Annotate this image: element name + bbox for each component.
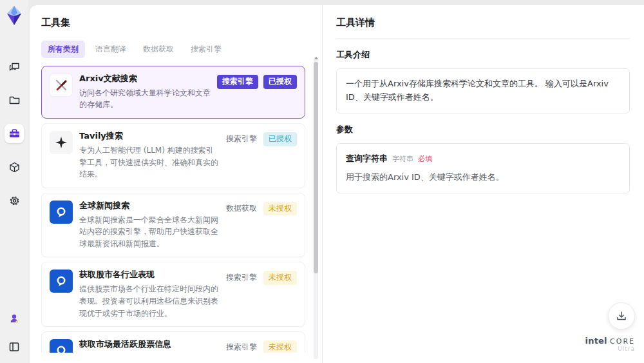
scrollbar-thumb[interactable] bbox=[314, 62, 318, 273]
category-tab-1[interactable]: 语言翻译 bbox=[89, 41, 133, 58]
sidebar-item-settings[interactable] bbox=[5, 191, 24, 210]
param-type: 字符串 bbox=[392, 153, 413, 165]
tool-title: Tavily搜索 bbox=[79, 131, 218, 142]
user-icon bbox=[8, 313, 20, 324]
param-box: 查询字符串 字符串 必填 用于搜索的Arxiv ID、关键字或作者姓名。 bbox=[336, 143, 630, 194]
news-icon bbox=[50, 201, 73, 224]
param-name: 查询字符串 bbox=[346, 152, 388, 166]
scrollbar-up-caret bbox=[314, 57, 318, 59]
tool-desc: 专为人工智能代理 (LLM) 构建的搜索引擎工具，可快速提供实时、准确和真实的结… bbox=[79, 144, 218, 181]
list-scrollbar[interactable] bbox=[314, 57, 318, 359]
tool-list: Arxiv文献搜索访问各个研究领域大量科学论文和文章的存储库。搜索引擎已授权 T… bbox=[41, 66, 305, 353]
sidebar-item-files[interactable] bbox=[5, 90, 24, 110]
star-icon bbox=[50, 131, 73, 154]
tool-category-badge: 搜索引擎 bbox=[225, 132, 258, 146]
gear-icon bbox=[8, 195, 21, 207]
tool-title: 全球新闻搜索 bbox=[79, 201, 218, 211]
tool-auth-badge: 已授权 bbox=[263, 132, 297, 146]
news-icon bbox=[50, 270, 73, 293]
sidebar-item-toolbox[interactable] bbox=[5, 124, 24, 143]
main-content: 工具集 所有类别语言翻译数据获取搜索引擎 Arxiv文献搜索访问各个研究领域大量… bbox=[30, 5, 644, 363]
ultra-wordmark: Ultra bbox=[585, 346, 635, 353]
tool-auth-badge: 已授权 bbox=[263, 75, 297, 89]
param-required-badge: 必填 bbox=[418, 153, 432, 165]
tool-desc: 全球新闻搜索是一个聚合全球各大新闻网站内容的搜索引擎，帮助用户快速获取全球最新资… bbox=[79, 214, 218, 250]
tool-category-badge: 搜索引擎 bbox=[217, 75, 258, 89]
tool-card[interactable]: 获取股市各行业表现提供股票市场各个行业在特定时间段内的表现。投资者可以利用这些信… bbox=[41, 262, 305, 327]
intel-wordmark: intel bbox=[585, 336, 607, 346]
tool-title: 获取股市各行业表现 bbox=[79, 270, 218, 280]
toolbox-icon bbox=[8, 128, 21, 140]
category-tab-3[interactable]: 搜索引擎 bbox=[184, 41, 228, 58]
tool-category-badge: 搜索引擎 bbox=[225, 271, 258, 285]
app-sidebar bbox=[0, 0, 28, 363]
page-title: 工具集 bbox=[41, 17, 305, 29]
tool-card[interactable]: Tavily搜索专为人工智能代理 (LLM) 构建的搜索引擎工具，可快速提供实时… bbox=[41, 123, 305, 188]
tool-card[interactable]: 获取市场最活跃股票信息提供当天交易量最高的股票列表，投资者可以利用这些信息来识别… bbox=[41, 331, 305, 353]
download-button[interactable] bbox=[608, 302, 635, 329]
param-desc: 用于搜索的Arxiv ID、关键字或作者姓名。 bbox=[346, 171, 620, 184]
category-tabs: 所有类别语言翻译数据获取搜索引擎 bbox=[41, 41, 305, 58]
toolset-pane: 工具集 所有类别语言翻译数据获取搜索引擎 Arxiv文献搜索访问各个研究领域大量… bbox=[30, 5, 323, 363]
tool-desc: 提供股票市场各个行业在特定时间段内的表现。投资者可以利用这些信息来识别表现优于或… bbox=[79, 283, 218, 319]
intro-box: 一个用于从Arxiv存储库搜索科学论文和文章的工具。 输入可以是Arxiv ID… bbox=[336, 68, 630, 113]
tool-card[interactable]: Arxiv文献搜索访问各个研究领域大量科学论文和文章的存储库。搜索引擎已授权 bbox=[41, 66, 305, 119]
tool-auth-badge: 未授权 bbox=[263, 271, 297, 285]
tool-auth-badge: 未授权 bbox=[263, 340, 297, 353]
tool-category-badge: 数据获取 bbox=[225, 202, 258, 216]
cube-icon bbox=[8, 161, 21, 173]
app-logo-icon bbox=[5, 5, 24, 26]
tool-auth-badge: 未授权 bbox=[263, 202, 297, 216]
tool-title: Arxiv文献搜索 bbox=[79, 74, 211, 84]
tool-desc: 访问各个研究领域大量科学论文和文章的存储库。 bbox=[79, 87, 211, 111]
sidebar-item-chat[interactable] bbox=[5, 57, 24, 76]
sidebar-item-collapse[interactable] bbox=[5, 337, 24, 357]
folder-icon bbox=[8, 94, 21, 106]
chat-icon bbox=[8, 61, 21, 73]
arxiv-icon bbox=[50, 74, 73, 97]
tool-category-badge: 搜索引擎 bbox=[225, 340, 258, 353]
sidebar-item-account[interactable] bbox=[5, 309, 24, 328]
params-section-label: 参数 bbox=[336, 124, 630, 135]
tool-card[interactable]: 全球新闻搜索全球新闻搜索是一个聚合全球各大新闻网站内容的搜索引擎，帮助用户快速获… bbox=[41, 193, 305, 258]
category-tab-2[interactable]: 数据获取 bbox=[137, 41, 180, 58]
category-tab-0[interactable]: 所有类别 bbox=[41, 41, 85, 58]
core-wordmark: CORE bbox=[610, 337, 635, 346]
tool-detail-pane: 工具详情 工具介绍 一个用于从Arxiv存储库搜索科学论文和文章的工具。 输入可… bbox=[323, 5, 644, 363]
tool-title: 获取市场最活跃股票信息 bbox=[79, 339, 218, 350]
detail-title: 工具详情 bbox=[336, 17, 630, 39]
sidebar-item-models[interactable] bbox=[5, 157, 24, 177]
news-icon bbox=[50, 339, 73, 353]
intel-core-logo: intel CORE Ultra bbox=[585, 337, 635, 353]
intro-section-label: 工具介绍 bbox=[336, 49, 630, 61]
collapse-panel-icon bbox=[8, 341, 20, 353]
download-icon bbox=[616, 310, 627, 322]
